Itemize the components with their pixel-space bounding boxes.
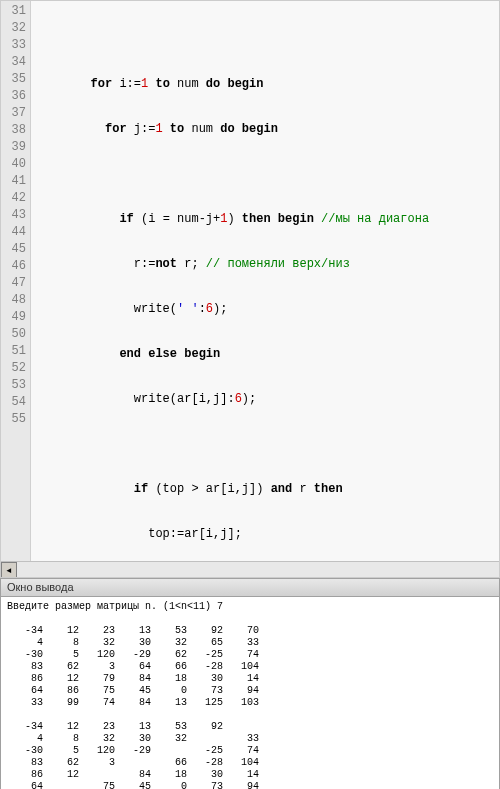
horizontal-scrollbar[interactable]: ◄ — [1, 561, 499, 577]
output-title: Окно вывода — [1, 579, 499, 597]
code-editor[interactable]: 31 32 33 34 35 36 37 38 39 40 41 42 43 4… — [0, 0, 500, 578]
scroll-left-icon[interactable]: ◄ — [1, 562, 17, 578]
output-text[interactable]: Введите размер матрицы n. (1<n<11) 7 -34… — [1, 597, 499, 789]
line-gutter: 31 32 33 34 35 36 37 38 39 40 41 42 43 4… — [1, 1, 31, 577]
output-panel: Окно вывода Введите размер матрицы n. (1… — [0, 578, 500, 789]
code-text[interactable]: for i:=1 to num do begin for j:=1 to num… — [31, 1, 499, 577]
